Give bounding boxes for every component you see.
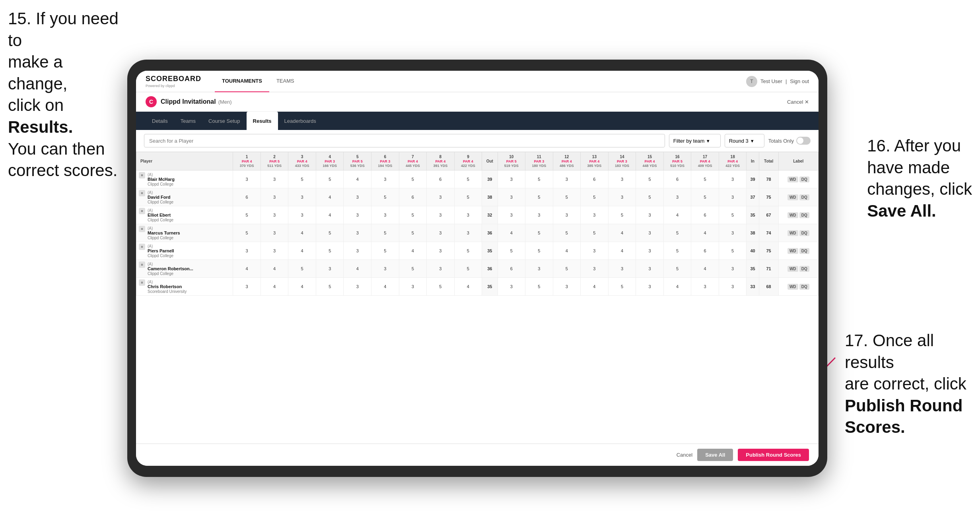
round-dropdown[interactable]: Round 3 ▾ — [725, 134, 764, 147]
wd-button[interactable]: WD — [788, 284, 798, 290]
score-h8[interactable]: 3 — [427, 206, 455, 224]
save-all-button[interactable]: Save All — [697, 449, 733, 461]
score-h2[interactable]: 3 — [261, 206, 288, 224]
score-h5[interactable]: 3 — [344, 188, 371, 206]
score-h17[interactable]: 3 — [691, 278, 719, 296]
score-h13[interactable]: 5 — [581, 188, 609, 206]
score-h12[interactable]: 4 — [553, 242, 581, 260]
wd-button[interactable]: WD — [788, 248, 798, 254]
score-h16[interactable]: 5 — [663, 242, 691, 260]
score-h17[interactable]: 6 — [691, 242, 719, 260]
score-h4[interactable]: 4 — [316, 206, 344, 224]
score-h2[interactable]: 4 — [261, 278, 288, 296]
score-h5[interactable]: 3 — [344, 278, 371, 296]
score-h14[interactable]: 5 — [608, 206, 636, 224]
score-h7[interactable]: 5 — [399, 170, 427, 188]
score-h10[interactable]: 3 — [498, 188, 525, 206]
score-h14[interactable]: 4 — [608, 242, 636, 260]
score-h10[interactable]: 3 — [498, 170, 525, 188]
score-h8[interactable]: 6 — [427, 170, 455, 188]
tab-teams[interactable]: Teams — [174, 112, 202, 130]
dq-button[interactable]: DQ — [799, 176, 809, 182]
score-h2[interactable]: 3 — [261, 170, 288, 188]
score-h3[interactable]: 5 — [288, 260, 316, 278]
score-h7[interactable]: 4 — [399, 242, 427, 260]
score-h4[interactable]: 4 — [316, 188, 344, 206]
score-h16[interactable]: 3 — [663, 188, 691, 206]
score-h8[interactable]: 5 — [427, 278, 455, 296]
score-h3[interactable]: 4 — [288, 224, 316, 242]
score-h14[interactable]: 3 — [608, 188, 636, 206]
search-input[interactable] — [144, 134, 665, 147]
sort-icon[interactable]: ≡ — [139, 226, 145, 232]
score-h14[interactable]: 5 — [608, 278, 636, 296]
score-h3[interactable]: 3 — [288, 188, 316, 206]
score-h11[interactable]: 5 — [525, 242, 553, 260]
score-h5[interactable]: 4 — [344, 170, 371, 188]
score-h15[interactable]: 3 — [636, 278, 664, 296]
score-h13[interactable]: 3 — [581, 260, 609, 278]
score-h5[interactable]: 3 — [344, 206, 371, 224]
score-h13[interactable]: 4 — [581, 278, 609, 296]
tab-details[interactable]: Details — [146, 112, 174, 130]
score-h18[interactable]: 3 — [719, 260, 747, 278]
score-h9[interactable]: 5 — [454, 188, 482, 206]
score-h6[interactable]: 5 — [371, 224, 399, 242]
sort-icon[interactable]: ≡ — [139, 262, 145, 268]
score-h15[interactable]: 3 — [636, 206, 664, 224]
score-h9[interactable]: 5 — [454, 170, 482, 188]
score-h12[interactable]: 3 — [553, 206, 581, 224]
score-h18[interactable]: 3 — [719, 188, 747, 206]
score-h6[interactable]: 5 — [371, 188, 399, 206]
score-h1[interactable]: 5 — [233, 224, 261, 242]
score-h8[interactable]: 3 — [427, 188, 455, 206]
totals-toggle-switch[interactable] — [796, 137, 811, 145]
score-h11[interactable]: 3 — [525, 206, 553, 224]
score-h15[interactable]: 5 — [636, 188, 664, 206]
score-h12[interactable]: 5 — [553, 260, 581, 278]
tab-results[interactable]: Results — [247, 112, 278, 130]
score-h9[interactable]: 3 — [454, 224, 482, 242]
dq-button[interactable]: DQ — [799, 248, 809, 254]
score-h6[interactable]: 4 — [371, 278, 399, 296]
score-h14[interactable]: 4 — [608, 224, 636, 242]
score-h11[interactable]: 5 — [525, 188, 553, 206]
score-h16[interactable]: 4 — [663, 206, 691, 224]
score-h4[interactable]: 5 — [316, 242, 344, 260]
score-h11[interactable]: 3 — [525, 260, 553, 278]
dq-button[interactable]: DQ — [799, 212, 809, 218]
score-h10[interactable]: 3 — [498, 278, 525, 296]
sort-icon[interactable]: ≡ — [139, 172, 145, 178]
score-h7[interactable]: 5 — [399, 206, 427, 224]
score-h8[interactable]: 3 — [427, 260, 455, 278]
cancel-tournament-btn[interactable]: Cancel ✕ — [787, 99, 809, 105]
score-h9[interactable]: 3 — [454, 206, 482, 224]
score-h17[interactable]: 5 — [691, 188, 719, 206]
score-h15[interactable]: 3 — [636, 260, 664, 278]
score-h9[interactable]: 5 — [454, 260, 482, 278]
score-h14[interactable]: 3 — [608, 170, 636, 188]
dq-button[interactable]: DQ — [799, 194, 809, 200]
score-h17[interactable]: 4 — [691, 260, 719, 278]
score-h4[interactable]: 5 — [316, 224, 344, 242]
score-h15[interactable]: 5 — [636, 170, 664, 188]
score-h18[interactable]: 3 — [719, 170, 747, 188]
score-h1[interactable]: 5 — [233, 206, 261, 224]
dq-button[interactable]: DQ — [799, 284, 809, 290]
score-h16[interactable]: 5 — [663, 224, 691, 242]
score-h1[interactable]: 4 — [233, 260, 261, 278]
score-h1[interactable]: 3 — [233, 278, 261, 296]
score-h12[interactable]: 5 — [553, 188, 581, 206]
wd-button[interactable]: WD — [788, 266, 798, 272]
sort-icon[interactable]: ≡ — [139, 208, 145, 214]
score-h17[interactable]: 6 — [691, 206, 719, 224]
score-h4[interactable]: 3 — [316, 260, 344, 278]
score-h6[interactable]: 3 — [371, 206, 399, 224]
score-h1[interactable]: 3 — [233, 170, 261, 188]
sort-icon[interactable]: ≡ — [139, 190, 145, 196]
score-h11[interactable]: 5 — [525, 278, 553, 296]
score-h5[interactable]: 3 — [344, 224, 371, 242]
score-h18[interactable]: 5 — [719, 242, 747, 260]
signout-link[interactable]: Sign out — [790, 78, 809, 84]
score-h8[interactable]: 3 — [427, 224, 455, 242]
